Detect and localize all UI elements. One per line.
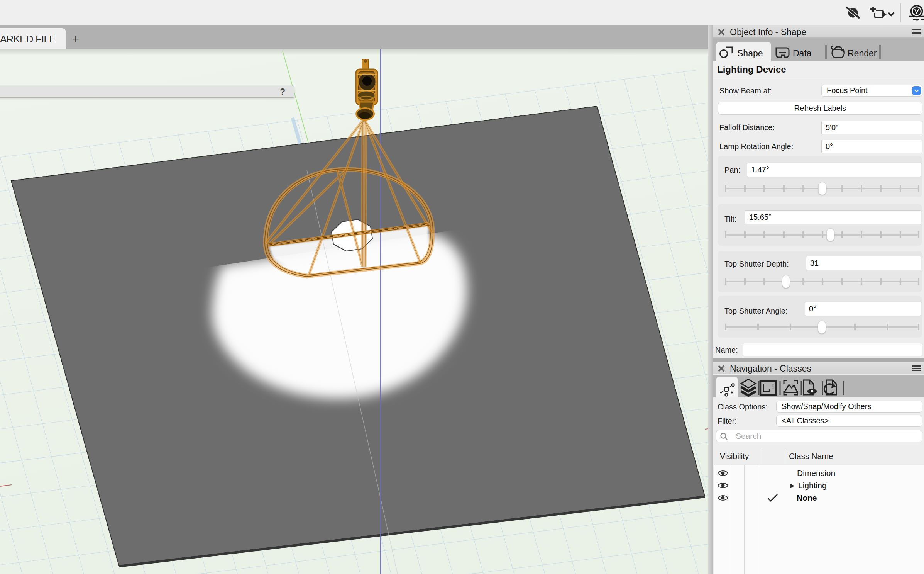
svg-text:Data: Data — [793, 48, 812, 58]
svg-text:Shape: Shape — [737, 48, 763, 58]
svg-text:Render: Render — [848, 48, 877, 58]
